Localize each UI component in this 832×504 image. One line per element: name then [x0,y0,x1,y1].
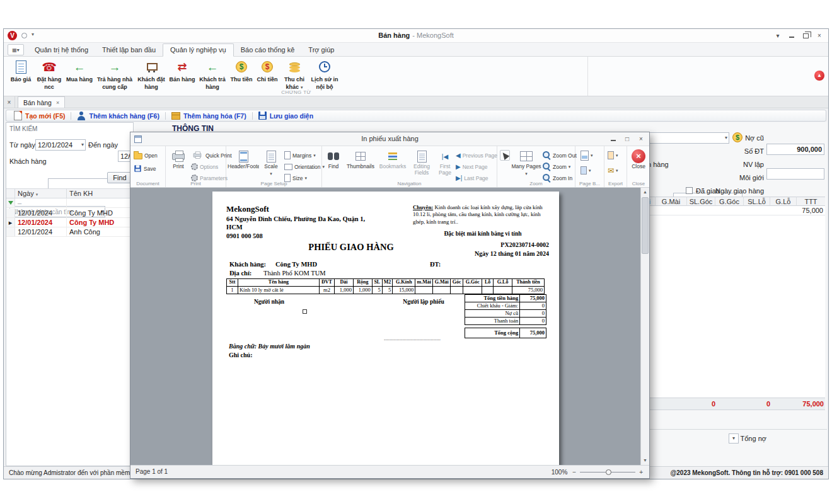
column-header-ttt[interactable]: TTT [797,197,825,206]
column-header-gmai[interactable]: G.Mài [656,197,687,206]
page-color-button[interactable]: ▾ [581,165,591,176]
column-header-glo[interactable]: G.Lỗ [770,197,797,206]
doc-address-label: Địa chỉ: [229,270,251,277]
ribbon-options-icon[interactable]: ▾ [771,30,784,41]
tab-bao-cao-thong-ke[interactable]: Báo cáo thống kê [234,44,302,56]
column-header-slgoc[interactable]: SL.Góc [687,197,715,206]
close-preview-button[interactable]: × Close [628,149,649,180]
send-email-button[interactable]: ✉▾ [608,165,618,176]
column-header-name[interactable]: Tên KH [67,189,133,198]
bao-gia-button[interactable]: Báo giá [8,58,34,91]
zoom-plus-icon[interactable]: + [639,469,643,476]
thu-tien-button[interactable]: $ Thu tiền [228,58,255,91]
zoom-minus-icon[interactable]: − [572,469,576,476]
lich-su-in-noi-bo-button[interactable]: Lịch sử in nội bộ [309,58,340,91]
margins-icon [284,151,291,159]
ribbon-collapse-button[interactable]: ▲ [814,71,824,81]
modal-maximize-icon[interactable]: □ [621,134,633,144]
khach-dat-hang-button[interactable]: Khách đặt hàng [135,58,168,91]
next-page-button[interactable]: ▶Next Page [456,161,487,172]
gear-icon [191,163,198,170]
tab-quan-tri-he-thong[interactable]: Quản trị hệ thống [28,44,95,56]
zoom-slider-thumb[interactable] [606,469,611,475]
export-to-button[interactable]: ▾ [608,150,618,161]
column-header-date[interactable]: Ngày ▾ [15,189,67,198]
khach-tra-hang-button[interactable]: ← Khách trả hàng [197,58,228,91]
save-icon [258,112,267,120]
table-row[interactable]: 12/01/2024 Công Ty MHD [6,209,133,218]
add-customer-button[interactable]: Thêm khách hàng (F6) [72,110,163,121]
table-row[interactable]: 12/01/2024 Anh Công [6,227,133,237]
dat-hang-ncc-button[interactable]: ☎ Đặt hàng ncc [34,58,64,91]
editing-fields-button[interactable]: Editing Fields [409,149,434,180]
doc-phone: 0901 000 508 [226,232,263,239]
zoom-out-button[interactable]: Zoom Out [543,150,577,161]
old-debt-value[interactable]: 900,000 [766,144,824,155]
thumbnails-button[interactable]: Thumbnails [345,149,376,180]
group-navigation: Find Thumbnails Bookmarks Editing Fields… [322,146,497,187]
bookmarks-button[interactable]: Bookmarks [378,149,408,180]
find-button[interactable]: Find [323,149,344,180]
filter-row[interactable]: – [6,198,133,208]
binoculars-icon [328,152,339,161]
ban-hang-button[interactable]: ⇄ Bán hàng [168,58,197,91]
total-debt-label: Tổng nợ [736,433,766,444]
delivery-date-label: Ngày giao hàng [711,185,764,197]
column-header-ggoc[interactable]: G.Góc [715,197,744,206]
quote-document-icon [16,60,26,74]
preview-scrollbar[interactable]: ▲ ▼ [640,188,649,465]
header-footer-button[interactable]: Header/Footer [228,149,259,180]
restore-icon[interactable] [799,30,812,41]
options-button[interactable]: Options [191,161,218,172]
open-button[interactable]: Open [134,150,158,161]
phone-number-input[interactable] [766,168,824,180]
delivered-checkbox[interactable] [686,187,693,194]
quick-print-button[interactable]: Quick Print [191,150,232,161]
tab-ban-hang-document[interactable]: Bán hàng × [18,96,65,108]
from-date-combo[interactable]: 12/01/2024 [35,139,86,151]
thu-chi-khac-button[interactable]: Thu chi khác ▾ [280,58,309,91]
many-pages-button[interactable]: Many Pages▾ [511,149,541,180]
preview-surface[interactable]: MekongSoft 64 Nguyễn Đình Chiểu, Phường … [130,188,649,465]
chi-tien-button[interactable]: $ Chi tiền [255,58,280,91]
zoom-out-icon [543,151,551,159]
scale-icon [267,151,276,163]
tab-thiet-lap-ban-dau[interactable]: Thiết lập ban đầu [95,44,163,56]
print-button[interactable]: Print [167,149,190,180]
save-document-button[interactable]: Save [134,163,156,174]
new-document-icon [14,111,22,120]
tab-close-icon[interactable]: × [56,100,59,106]
scrollbar-thumb[interactable] [642,197,649,254]
scroll-down-icon[interactable]: ▼ [641,456,649,465]
close-icon[interactable]: × [813,30,826,41]
table-row-selected[interactable]: ▸ 12/01/2024 Công Ty MHD [6,218,133,227]
modal-minimize-icon[interactable] [607,134,620,144]
margins-button[interactable]: Margins▾ [284,150,316,161]
find-button[interactable]: Find [107,172,132,183]
add-product-button[interactable]: Thêm hàng hóa (F7) [167,110,251,121]
scroll-up-icon[interactable]: ▲ [641,188,649,197]
close-all-tabs-icon[interactable]: × [4,96,15,108]
close-red-icon: × [632,149,645,163]
zoom-slider[interactable] [580,472,635,472]
tab-quan-ly-nghiep-vu[interactable]: Quản lý nghiệp vụ [163,43,234,57]
previous-page-button[interactable]: ◀Previous Page [456,150,497,161]
mua-hang-button[interactable]: ← Mua hàng [64,58,95,91]
save-layout-button[interactable]: Lưu giao diện [254,110,318,121]
first-page-button[interactable]: |◀ First Page [436,149,454,180]
tab-tro-giup[interactable]: Trợ giúp [301,44,341,56]
zoom-button[interactable]: Zoom▾ [543,161,570,172]
modal-close-icon[interactable]: × [635,134,647,144]
pointer-tool-button[interactable] [500,150,510,161]
orientation-button[interactable]: Orientation▾ [284,161,325,172]
first-page-icon: |◀ [442,153,448,160]
create-new-button[interactable]: Tạo mới (F5) [9,110,69,121]
tra-hang-ncc-button[interactable]: → Trả hàng nhà cung cấp [95,58,135,91]
scale-button[interactable]: Scale▾ [260,149,282,180]
old-debt-label: Nợ cũ [720,132,764,144]
watermark-button[interactable]: ▾ [581,150,593,161]
doc-customer-label: Khách hàng: [229,261,266,268]
column-header-sllo[interactable]: SL.Lỗ [744,197,770,206]
app-menu-button[interactable]: ▦▾ [8,44,24,55]
minimize-icon[interactable] [785,30,798,41]
